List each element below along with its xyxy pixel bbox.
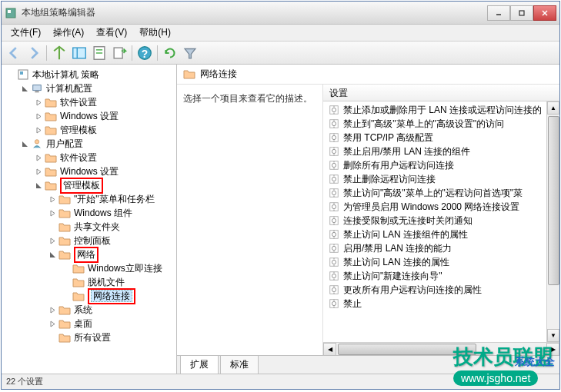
settings-list[interactable]: 禁止添加或删除用于 LAN 连接或远程访问连接的禁止到"高级"菜单上的"高级设置… [323, 101, 546, 342]
setting-item[interactable]: 删除所有用户远程访问连接 [323, 158, 546, 172]
scroll-up-button[interactable]: ▲ [547, 101, 559, 115]
scroll-left-button[interactable]: ◀ [323, 343, 336, 355]
tree-toggle-icon[interactable] [34, 181, 43, 190]
tree-item-desktop[interactable]: 桌面 [2, 317, 176, 331]
folder-icon [45, 111, 57, 121]
properties-button[interactable] [90, 44, 109, 62]
statusbar: 22 个设置 [2, 374, 559, 389]
tree-toggle-icon[interactable] [62, 291, 71, 301]
tree-toggle-icon[interactable] [62, 264, 71, 273]
tree-item-all-settings[interactable]: 所有设置 [2, 331, 176, 344]
setting-label: 禁止添加或删除用于 LAN 连接或远程访问连接的 [343, 104, 542, 117]
folder-icon [58, 235, 71, 246]
tree-toggle-icon[interactable] [48, 250, 57, 259]
tree-item-net-connections[interactable]: 网络连接 [2, 289, 176, 303]
tree-toggle-icon[interactable] [48, 319, 57, 328]
tree-item-win-components[interactable]: Windows 组件 [2, 206, 176, 220]
tree-toggle-icon[interactable] [34, 167, 43, 176]
tree-toggle-icon[interactable] [34, 98, 43, 107]
settings-list-column: 设置 禁止添加或删除用于 LAN 连接或远程访问连接的禁止到"高级"菜单上的"高… [323, 85, 559, 355]
tree-item-policy-root[interactable]: 本地计算机 策略 [2, 68, 176, 81]
menu-file[interactable]: 文件(F) [5, 25, 47, 41]
tree-toggle-icon[interactable] [48, 305, 57, 314]
tree-toggle-icon[interactable] [48, 208, 57, 218]
tree-item-u-software[interactable]: 软件设置 [2, 151, 176, 164]
filter-button[interactable] [181, 44, 199, 62]
tree-item-c-windows[interactable]: Windows 设置 [2, 109, 176, 123]
forward-button[interactable] [25, 44, 43, 62]
tree-item-offline-files[interactable]: 脱机文件 [2, 275, 176, 289]
tree-toggle-icon[interactable] [62, 277, 71, 287]
tree-toggle-icon[interactable] [6, 70, 15, 79]
tree-panel[interactable]: 本地计算机 策略计算机配置软件设置Windows 设置管理模板用户配置软件设置W… [2, 65, 177, 374]
tree-toggle-icon[interactable] [48, 194, 57, 204]
tree-item-u-windows[interactable]: Windows 设置 [2, 164, 176, 178]
tree-toggle-icon[interactable] [48, 236, 57, 245]
tree-toggle-icon[interactable] [34, 153, 43, 162]
tree-item-win-instant[interactable]: Windows立即连接 [2, 261, 176, 275]
up-button[interactable] [50, 44, 68, 62]
menu-view[interactable]: 查看(V) [90, 25, 133, 41]
help-button[interactable]: ? [135, 44, 154, 62]
setting-label: 禁止 [343, 297, 362, 311]
setting-item[interactable]: 启用/禁用 LAN 连接的能力 [323, 241, 546, 255]
setting-icon [328, 159, 340, 171]
vertical-scrollbar[interactable]: ▲ ▼ [546, 101, 559, 342]
tree-item-u-templates[interactable]: 管理模板 [2, 178, 176, 192]
horizontal-scrollbar[interactable]: ◀ ▶ [323, 342, 559, 355]
tree-item-user-config[interactable]: 用户配置 [2, 137, 176, 151]
tab-standard[interactable]: 标准 [220, 355, 259, 374]
tree-item-shared-folders[interactable]: 共享文件夹 [2, 220, 176, 234]
tree-label: 桌面 [74, 317, 92, 331]
setting-item[interactable]: 禁止到"高级"菜单上的"高级设置"的访问 [323, 117, 546, 131]
folder-icon [58, 249, 71, 260]
tree-item-start-taskbar[interactable]: "开始"菜单和任务栏 [2, 192, 176, 206]
tree-item-network[interactable]: 网络 [2, 247, 176, 261]
tree-item-computer-config[interactable]: 计算机配置 [2, 81, 176, 95]
tree-item-system[interactable]: 系统 [2, 303, 176, 317]
setting-item[interactable]: 禁止添加或删除用于 LAN 连接或远程访问连接的 [323, 103, 546, 117]
tree-toggle-icon[interactable] [20, 84, 29, 93]
setting-icon [328, 270, 340, 282]
menu-help[interactable]: 帮助(H) [133, 25, 177, 41]
setting-item[interactable]: 禁止 [323, 297, 546, 311]
setting-item[interactable]: 连接受限制或无连接时关闭通知 [323, 214, 546, 228]
export-button[interactable] [110, 44, 129, 62]
maximize-button[interactable] [510, 5, 533, 21]
minimize-button[interactable] [487, 5, 510, 21]
setting-item[interactable]: 禁止启用/禁用 LAN 连接的组件 [323, 145, 546, 158]
setting-icon [328, 145, 340, 158]
tree-toggle-icon[interactable] [34, 111, 43, 121]
titlebar[interactable]: 本地组策略编辑器 [2, 2, 559, 25]
setting-label: 禁止访问"高级"菜单上的"远程访问首选项"菜 [343, 187, 523, 200]
scroll-down-button[interactable]: ▼ [547, 329, 559, 342]
tree-toggle-icon[interactable] [34, 125, 43, 135]
back-button[interactable] [5, 44, 23, 62]
detail-panel: 网络连接 选择一个项目来查看它的描述。 设置 禁止添加或删除用于 LAN 连接或… [177, 65, 559, 374]
tree-toggle-icon[interactable] [48, 333, 57, 342]
scroll-right-button[interactable]: ▶ [546, 343, 559, 355]
tree-item-control-panel[interactable]: 控制面板 [2, 234, 176, 247]
column-header-setting[interactable]: 设置 [323, 85, 559, 101]
tree-item-c-software[interactable]: 软件设置 [2, 95, 176, 109]
close-button[interactable] [533, 5, 556, 21]
menu-action[interactable]: 操作(A) [47, 25, 90, 41]
tree-toggle-icon[interactable] [20, 139, 29, 148]
tree-item-c-templates[interactable]: 管理模板 [2, 123, 176, 137]
setting-item[interactable]: 禁止访问"高级"菜单上的"远程访问首选项"菜 [323, 186, 546, 200]
setting-item[interactable]: 禁止访问 LAN 连接组件的属性 [323, 228, 546, 241]
separator [132, 45, 132, 61]
setting-item[interactable]: 更改所有用户远程访问连接的属性 [323, 283, 546, 297]
tab-extended[interactable]: 扩展 [180, 355, 219, 374]
setting-item[interactable]: 禁止访问 LAN 连接的属性 [323, 255, 546, 269]
refresh-button[interactable] [161, 44, 179, 62]
setting-item[interactable]: 禁用 TCP/IP 高级配置 [323, 131, 546, 145]
tree-label: 管理模板 [60, 124, 97, 137]
setting-item[interactable]: 为管理员启用 Windows 2000 网络连接设置 [323, 200, 546, 214]
setting-icon [328, 173, 340, 185]
setting-item[interactable]: 禁止访问"新建连接向导" [323, 269, 546, 283]
show-hide-button[interactable] [70, 44, 88, 62]
setting-item[interactable]: 禁止删除远程访问连接 [323, 172, 546, 186]
tree-toggle-icon[interactable] [48, 222, 57, 231]
app-icon [5, 7, 17, 19]
